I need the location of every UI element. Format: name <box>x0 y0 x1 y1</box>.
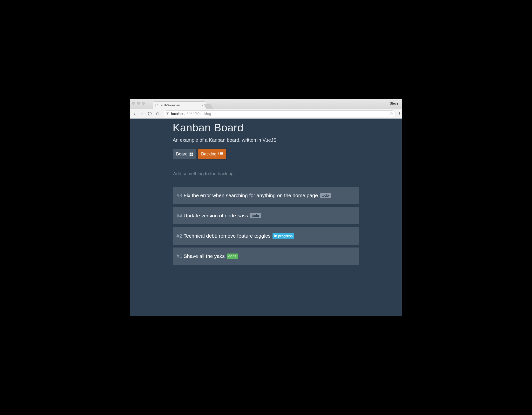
status-badge: done <box>227 254 238 259</box>
list-item[interactable]: #4 Update version of node-sass todo <box>173 207 359 224</box>
item-title: Fix the error when searching for anythin… <box>183 193 318 198</box>
item-number: #2 <box>177 233 182 239</box>
backlog-list: #3 Fix the error when searching for anyt… <box>173 187 359 265</box>
tab-board-label: Board <box>176 152 188 157</box>
file-icon <box>156 104 159 107</box>
view-tabs: Board Backlog <box>173 149 359 159</box>
item-number: #1 <box>177 253 182 259</box>
window-controls <box>132 102 145 105</box>
tab-board[interactable]: Board <box>173 149 196 159</box>
status-badge: in progress <box>273 233 294 239</box>
add-backlog-input[interactable] <box>173 170 359 178</box>
browser-window: auth0-kanban × Steve i localhost:8080/#/… <box>130 99 402 316</box>
address-bar[interactable]: i localhost:8080/#/backlog ☆ <box>163 110 396 117</box>
list-icon <box>218 152 223 157</box>
page-subtitle: An example of a Kanban board, written in… <box>173 137 359 143</box>
home-button[interactable] <box>155 111 160 116</box>
item-title: Shave all the yaks <box>183 253 225 259</box>
bookmark-star-icon[interactable]: ☆ <box>390 111 393 116</box>
browser-tab[interactable]: auth0-kanban × <box>153 101 206 109</box>
forward-button <box>140 111 144 116</box>
tab-backlog-label: Backlog <box>201 152 217 157</box>
url-text: localhost:8080/#/backlog <box>171 111 211 116</box>
page-title: Kanban Board <box>173 121 359 134</box>
url-host: localhost <box>171 111 185 116</box>
browser-toolbar: i localhost:8080/#/backlog ☆ <box>130 109 402 119</box>
list-item[interactable]: #3 Fix the error when searching for anyt… <box>173 187 359 204</box>
window-close-icon[interactable] <box>132 102 135 105</box>
list-item[interactable]: #1 Shave all the yaks done <box>173 248 359 265</box>
status-badge: todo <box>250 213 261 218</box>
item-number: #3 <box>177 193 182 198</box>
window-max-icon[interactable] <box>142 102 145 105</box>
app-viewport: Kanban Board An example of a Kanban boar… <box>130 119 402 316</box>
reload-button[interactable] <box>148 111 152 116</box>
tab-title: auth0-kanban <box>161 103 180 107</box>
url-port: :8080 <box>185 111 195 116</box>
back-button[interactable] <box>132 111 136 116</box>
status-badge: todo <box>320 193 330 198</box>
list-item[interactable]: #2 Technical debt: remove feature toggle… <box>173 227 359 245</box>
close-icon[interactable]: × <box>201 103 203 107</box>
window-min-icon[interactable] <box>137 102 140 105</box>
item-number: #4 <box>177 213 182 219</box>
item-title: Technical debt: remove feature toggles <box>183 233 271 239</box>
grid-icon <box>190 153 193 156</box>
info-icon[interactable]: i <box>166 112 169 115</box>
container: Kanban Board An example of a Kanban boar… <box>173 121 359 265</box>
profile-name[interactable]: Steve <box>390 101 399 105</box>
menu-button[interactable] <box>399 112 400 115</box>
tab-backlog[interactable]: Backlog <box>198 149 226 159</box>
url-path: /#/backlog <box>195 111 211 116</box>
item-title: Update version of node-sass <box>183 213 248 219</box>
titlebar: auth0-kanban × Steve <box>130 99 402 109</box>
